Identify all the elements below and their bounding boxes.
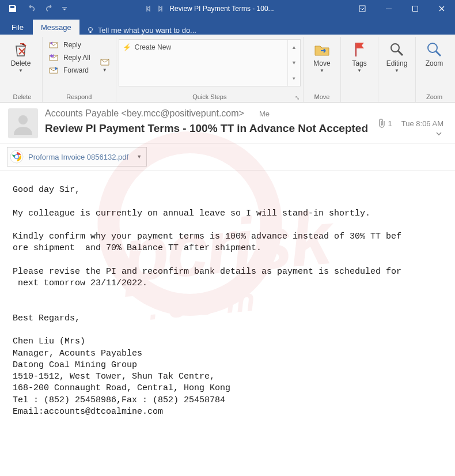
lightbulb-icon: [86, 27, 94, 35]
close-icon: [438, 5, 445, 12]
editing-button[interactable]: Editing ▼: [380, 38, 414, 75]
delete-icon: [12, 40, 30, 59]
tell-me-search[interactable]: Tell me what you want to do...: [81, 26, 202, 35]
avatar: [8, 108, 38, 138]
dialog-launcher-icon[interactable]: ⤡: [295, 95, 299, 101]
tags-button[interactable]: Tags ▼: [342, 38, 377, 75]
chevron-down-icon: [435, 130, 442, 137]
undo-icon: [26, 4, 36, 13]
qat-customize-button[interactable]: [60, 1, 69, 17]
respond-more-button[interactable]: ▼: [95, 38, 115, 92]
chevron-down-icon: [62, 6, 67, 12]
attachment-chip[interactable]: Proforma Invoice 0856132.pdf ▼: [7, 147, 147, 167]
reply-button[interactable]: Reply: [46, 39, 93, 51]
lightning-icon: ⚡: [123, 43, 131, 51]
forward-button[interactable]: Forward: [46, 65, 93, 76]
attachment-row: Proforma Invoice 0856132.pdf ▼: [0, 143, 455, 171]
ribbon-options-button[interactable]: [349, 0, 376, 17]
maximize-icon: [412, 5, 419, 12]
paperclip-icon: [378, 119, 386, 128]
tab-message[interactable]: Message: [33, 20, 79, 35]
title-bar: Review PI Payment Terms - 100...: [0, 0, 455, 17]
ribbon: Delete ▼ Delete Reply Reply All Forward: [0, 35, 455, 103]
quicksteps-down[interactable]: ▼: [288, 55, 300, 71]
chevron-down-icon: ▼: [18, 69, 23, 73]
svg-point-4: [391, 44, 399, 52]
zoom-button[interactable]: Zoom: [417, 38, 452, 70]
group-zoom-label: Zoom: [417, 92, 452, 102]
chevron-down-icon: ▼: [103, 68, 107, 73]
group-delete-label: Delete: [3, 92, 41, 102]
svg-point-9: [15, 155, 18, 158]
reply-all-icon: [48, 53, 60, 62]
window-controls: [349, 0, 455, 17]
ribbon-tabs: File Message Tell me what you want to do…: [0, 17, 455, 35]
delete-button[interactable]: Delete ▼: [3, 38, 38, 75]
group-respond-label: Respond: [44, 92, 115, 102]
chevron-down-icon: ▼: [357, 69, 362, 73]
forward-label: Forward: [63, 66, 89, 74]
save-icon: [8, 4, 17, 13]
reply-icon: [48, 40, 60, 50]
group-editing-label: [380, 92, 414, 102]
redo-icon: [45, 4, 54, 13]
ribbon-caret-icon: [358, 5, 366, 13]
close-button[interactable]: [429, 0, 455, 17]
svg-point-5: [428, 43, 437, 52]
more-respond-icon: [99, 58, 111, 67]
tab-file[interactable]: File: [3, 20, 32, 35]
window-title-text: Review PI Payment Terms - 100...: [169, 5, 274, 13]
attachment-name: Proforma Invoice 0856132.pdf: [28, 153, 128, 161]
group-delete: Delete ▼ Delete: [2, 37, 43, 102]
move-button[interactable]: Move ▼: [305, 38, 339, 75]
group-zoom: Zoom Zoom: [416, 37, 453, 102]
quicksteps-expand[interactable]: ▾: [288, 70, 300, 86]
message-date: Tue 8:06 AM: [401, 119, 443, 128]
next-item-icon: [144, 5, 152, 13]
quickstep-create-new[interactable]: ⚡ Create New: [119, 40, 203, 86]
chevron-down-icon: ▼: [136, 154, 142, 160]
minimize-button[interactable]: [376, 0, 402, 17]
save-button[interactable]: [5, 1, 21, 17]
zoom-icon: [425, 40, 443, 59]
group-respond: Reply Reply All Forward ▼ Respond: [43, 37, 116, 102]
redo-button[interactable]: [41, 1, 58, 17]
find-icon: [388, 40, 406, 59]
quickstep-empty[interactable]: [203, 40, 287, 86]
chrome-icon: [10, 150, 24, 164]
undo-button[interactable]: [23, 1, 39, 17]
message-subject: Review PI Payment Terms - 100% TT in Adv…: [45, 122, 371, 135]
group-move-label: Move: [305, 92, 339, 102]
zoom-label: Zoom: [426, 60, 443, 67]
svg-point-3: [88, 27, 92, 31]
from-name: Accounts Payable: [45, 108, 119, 118]
person-icon: [12, 112, 35, 135]
reply-all-label: Reply All: [63, 54, 90, 62]
group-editing: Editing ▼: [378, 37, 416, 102]
window-title: Review PI Payment Terms - 100...: [69, 5, 349, 13]
flag-icon: [350, 40, 369, 59]
group-tags-label: [342, 92, 377, 102]
group-move: Move ▼ Move: [304, 37, 341, 102]
message-header: Accounts Payable <bey.mcc@positivepunt.c…: [0, 103, 455, 143]
from-field: Accounts Payable <bey.mcc@positivepunt.c…: [45, 108, 244, 119]
prev-item-icon: [157, 5, 165, 13]
from-address: <bey.mcc@positivepunt.com>: [122, 108, 244, 118]
attachment-count: 1: [388, 119, 392, 128]
to-field: Me: [259, 109, 270, 118]
minimize-icon: [385, 5, 392, 12]
quick-access-toolbar: [0, 1, 69, 17]
svg-point-6: [18, 115, 28, 124]
quicksteps-up[interactable]: ▲: [288, 40, 300, 55]
expand-header-button[interactable]: [433, 128, 445, 139]
delete-label: Delete: [11, 60, 31, 67]
move-label: Move: [313, 60, 330, 67]
group-quicksteps-label: Quick Steps ⤡: [117, 92, 302, 102]
group-quicksteps: ⚡ Create New ▲ ▼ ▾ Quick Steps ⤡: [116, 37, 304, 102]
editing-label: Editing: [386, 60, 408, 67]
quickstep-label: Create New: [135, 43, 171, 51]
message-body: Good day Sir, My colleague is currently …: [0, 171, 455, 432]
reply-all-button[interactable]: Reply All: [46, 52, 93, 63]
maximize-button[interactable]: [402, 0, 429, 17]
reply-label: Reply: [63, 41, 81, 49]
